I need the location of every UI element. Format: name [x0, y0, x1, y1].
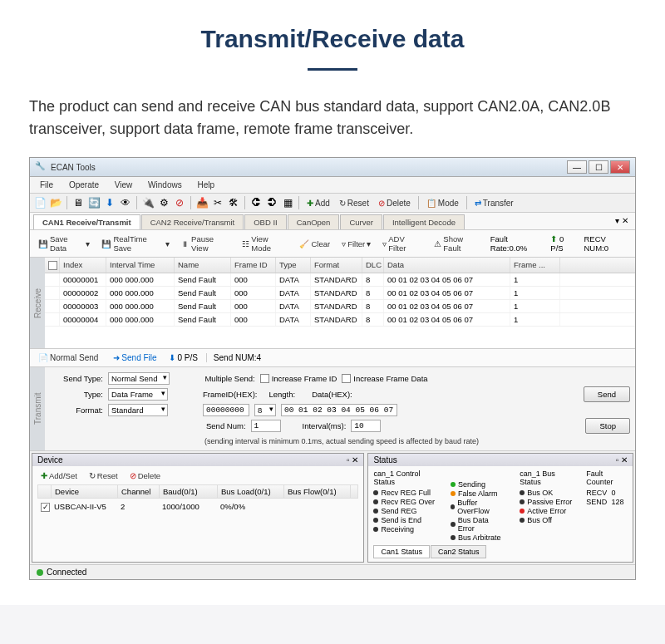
increase-id-checkbox[interactable] — [260, 374, 269, 383]
app-window: 🔧 ECAN Tools — ☐ ✕ File Operate View Win… — [29, 157, 636, 580]
menu-help[interactable]: Help — [190, 179, 221, 191]
clear-button[interactable]: 🧹Clear — [296, 238, 333, 250]
menu-operate[interactable]: Operate — [62, 179, 106, 191]
menu-view[interactable]: View — [108, 179, 140, 191]
type-dropdown[interactable]: Data Frame — [108, 388, 168, 401]
open-icon[interactable]: 📂 — [49, 196, 62, 209]
save-data-button[interactable]: 💾Save Data ▾ — [35, 233, 93, 254]
length-dropdown[interactable]: 8 — [254, 404, 276, 416]
reset-button[interactable]: ↻Reset — [336, 197, 372, 209]
filter-icon[interactable]: 📥 — [195, 196, 209, 209]
dev-col-baud[interactable]: Baud(0/1) — [160, 485, 218, 498]
tab-intelligent-decode[interactable]: Intelligent Decode — [383, 214, 465, 229]
maximize-button[interactable]: ☐ — [589, 160, 608, 174]
format-dropdown[interactable]: Standard — [108, 404, 168, 416]
panel-close-icon[interactable]: ▫ ✕ — [347, 455, 358, 465]
tab-canopen[interactable]: CanOpen — [288, 214, 340, 229]
frameid-input[interactable]: 00000000 — [203, 404, 249, 416]
col-data[interactable]: Data — [384, 258, 510, 273]
adv-filter-button[interactable]: ▿ADV Filter — [379, 233, 426, 254]
dev-col-channel[interactable]: Channel — [118, 485, 160, 498]
tab-can1[interactable]: CAN1 Receive/Transmit — [33, 214, 140, 229]
down-icon[interactable]: ⬇ — [103, 196, 116, 209]
cut-icon[interactable]: ✂ — [211, 196, 224, 209]
device-reset-button[interactable]: ↻Reset — [86, 469, 121, 482]
col-dlc[interactable]: DLC — [362, 258, 384, 273]
fault-counter-head: Fault Counter — [586, 469, 628, 486]
stop-icon[interactable]: ⊘ — [173, 196, 186, 209]
delete-button[interactable]: ⊘Delete — [375, 197, 414, 209]
tab-obd2[interactable]: OBD II — [244, 214, 287, 229]
show-fault-button[interactable]: ⚠Show Fault — [431, 233, 483, 254]
pause-view-button[interactable]: ⏸Pause View — [178, 233, 234, 254]
increase-data-checkbox[interactable] — [342, 374, 351, 383]
data-input[interactable]: 00 01 02 03 04 05 06 07 — [281, 404, 397, 416]
dev-col-load[interactable]: Bus Load(0/1) — [218, 485, 284, 498]
interval-input[interactable]: 10 — [351, 420, 381, 432]
panel-close-icon[interactable]: ▫ ✕ — [616, 455, 628, 465]
transfer-button[interactable]: ⇄Transfer — [471, 197, 517, 209]
send-file-button[interactable]: ➜Send File — [110, 351, 160, 364]
fault-rate-label: Fault Rate:0.0% — [490, 234, 544, 253]
dev-col-flow[interactable]: Bus Flow(0/1) — [284, 485, 351, 498]
col-interval[interactable]: Interval Time — [106, 258, 175, 273]
device-checkbox[interactable] — [41, 503, 50, 512]
tab-can2[interactable]: CAN2 Receive/Transmit — [141, 214, 244, 229]
window-icon[interactable]: ▦ — [281, 196, 294, 209]
status-item: Buffer OverFlow — [451, 499, 506, 515]
fault-recv: RECV 0 — [586, 489, 628, 497]
sendnum-input[interactable]: 1 — [251, 420, 281, 432]
view-mode-button[interactable]: ☷View Mode — [239, 233, 291, 254]
increase-id-label: Increase Frame ID — [272, 374, 337, 383]
dev-col-device[interactable]: Device — [52, 485, 118, 498]
next-icon[interactable]: ⮊ — [265, 196, 278, 209]
receive-toolbar: 💾Save Data ▾ 💾RealTime Save ▾ ⏸Pause Vie… — [30, 230, 635, 258]
toolbar-sep — [466, 196, 467, 209]
prev-icon[interactable]: ⮈ — [249, 196, 263, 209]
send-note: (sending interval is minimum 0.1ms, actu… — [53, 437, 630, 445]
col-format[interactable]: Format — [311, 258, 362, 273]
device-panel: Device▫ ✕ ✚Add/Set ↻Reset ⊘Delete Device… — [32, 453, 364, 563]
send-button[interactable]: Send — [584, 386, 630, 402]
new-icon[interactable]: 📄 — [33, 196, 47, 209]
config-icon[interactable]: ⚙ — [157, 196, 170, 209]
table-row[interactable]: 00000003000 000.000Send Fault000DATASTAN… — [45, 300, 635, 313]
realtime-save-button[interactable]: 💾RealTime Save ▾ — [98, 233, 173, 254]
device-delete-button[interactable]: ⊘Delete — [126, 469, 164, 482]
table-row[interactable]: 00000001000 000.000Send Fault000DATASTAN… — [45, 273, 635, 287]
col-check[interactable] — [45, 258, 60, 273]
send-type-dropdown[interactable]: Normal Send — [108, 372, 170, 385]
close-button[interactable]: ✕ — [610, 160, 630, 174]
connect-icon[interactable]: 🖥 — [71, 196, 85, 209]
col-index[interactable]: Index — [60, 258, 106, 273]
col-name[interactable]: Name — [175, 258, 231, 273]
menu-windows[interactable]: Windows — [141, 179, 189, 191]
plug-icon[interactable]: 🔌 — [141, 196, 155, 209]
refresh-icon[interactable]: 🔄 — [87, 196, 101, 209]
device-row[interactable]: USBCAN-II-V5 2 1000/1000 0%/0% — [37, 499, 358, 515]
status-tab-can1[interactable]: Can1 Status — [373, 545, 430, 558]
status-item: Bus Data Error — [451, 516, 506, 533]
mode-button[interactable]: 📋Mode — [423, 197, 462, 209]
tab-curver[interactable]: Curver — [340, 214, 382, 229]
tool-icon[interactable]: 🛠 — [227, 196, 240, 209]
device-channel: 2 — [117, 500, 159, 514]
device-addset-button[interactable]: ✚Add/Set — [37, 469, 81, 482]
tabs-dropdown[interactable]: ▾ ✕ — [612, 214, 632, 229]
col-type[interactable]: Type — [276, 258, 311, 273]
add-button[interactable]: ✚Add — [303, 197, 333, 209]
table-row[interactable]: 00000004000 000.000Send Fault000DATASTAN… — [45, 313, 635, 327]
frameid-label: FrameID(HEX): — [203, 390, 257, 399]
table-row[interactable]: 00000002000 000.000Send Fault000DATASTAN… — [45, 287, 635, 300]
col-frameid[interactable]: Frame ID — [231, 258, 276, 273]
view-icon[interactable]: 👁 — [119, 196, 132, 209]
status-tab-can2[interactable]: Can2 Status — [431, 545, 487, 558]
filter-button[interactable]: ▿Filter ▾ — [338, 238, 374, 250]
normal-send-button[interactable]: 📄Normal Send — [35, 351, 101, 364]
col-frame[interactable]: Frame ... — [510, 258, 560, 273]
checkbox-icon[interactable] — [48, 261, 57, 270]
menu-file[interactable]: File — [33, 179, 60, 191]
stop-button[interactable]: Stop — [585, 418, 630, 434]
toolbar-sep — [190, 196, 191, 209]
minimize-button[interactable]: — — [567, 160, 587, 174]
